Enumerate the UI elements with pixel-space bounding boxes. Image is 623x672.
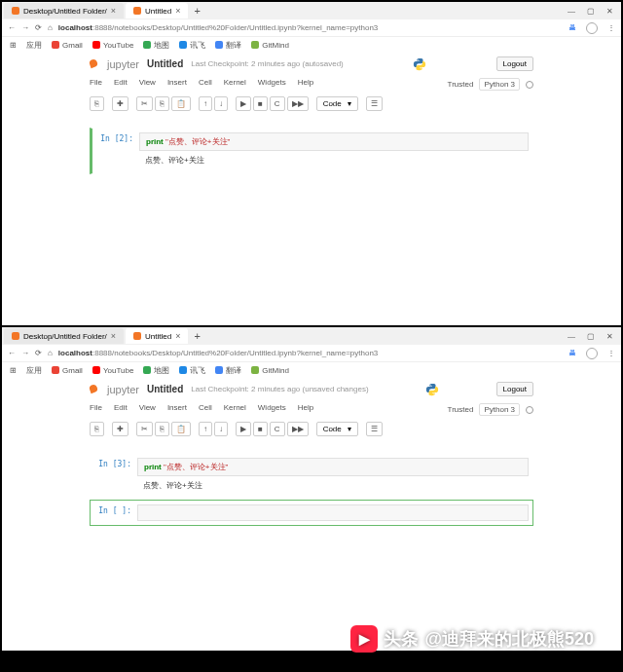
menu-help[interactable]: Help: [298, 403, 313, 416]
menu-icon[interactable]: ⋮: [607, 23, 615, 32]
reload-icon[interactable]: ⟳: [35, 349, 42, 357]
logout-button[interactable]: Logout: [496, 56, 533, 71]
restart-button[interactable]: C: [270, 422, 285, 436]
menu-file[interactable]: File: [90, 403, 102, 416]
restart-button[interactable]: C: [270, 96, 285, 111]
close-icon[interactable]: ×: [175, 6, 180, 16]
home-icon[interactable]: ⌂: [48, 23, 53, 32]
move-down-button[interactable]: ↓: [214, 422, 228, 436]
kernel-name[interactable]: Python 3: [479, 78, 520, 91]
code-input[interactable]: print "点赞、评论+关注": [137, 458, 529, 476]
minimize-icon[interactable]: —: [568, 7, 575, 16]
bookmark-maps[interactable]: 地图: [143, 365, 169, 376]
copy-button[interactable]: ⎘: [155, 422, 169, 436]
bookmark-gitmind[interactable]: GitMind: [251, 366, 289, 375]
home-icon[interactable]: ⌂: [48, 349, 53, 357]
save-button[interactable]: ⎘: [90, 422, 104, 436]
menu-view[interactable]: View: [139, 78, 156, 91]
stop-button[interactable]: ■: [253, 96, 268, 111]
menu-edit[interactable]: Edit: [114, 78, 128, 91]
forward-icon[interactable]: →: [21, 349, 29, 357]
menu-help[interactable]: Help: [298, 78, 313, 91]
close-icon[interactable]: ✕: [606, 332, 613, 341]
code-cell-1[interactable]: In [3]: print "点赞、评论+关注" 点赞、评论+关注: [90, 453, 533, 500]
copy-button[interactable]: ⎘: [155, 96, 169, 111]
apps-icon[interactable]: ⊞: [10, 366, 17, 375]
move-up-button[interactable]: ↑: [199, 422, 212, 436]
menu-kernel[interactable]: Kernel: [224, 78, 246, 91]
back-icon[interactable]: ←: [8, 23, 16, 32]
kernel-name[interactable]: Python 3: [479, 403, 520, 416]
bookmark-translate[interactable]: 翻译: [215, 40, 241, 51]
move-up-button[interactable]: ↑: [199, 96, 212, 111]
browser-tab-2[interactable]: Untitled×: [126, 3, 188, 19]
bookmark-iflytek[interactable]: 讯飞: [179, 40, 205, 51]
new-tab-button[interactable]: +: [188, 330, 205, 342]
run-button[interactable]: ▶: [236, 422, 251, 436]
bookmark-gitmind[interactable]: GitMind: [251, 41, 289, 50]
forward-icon[interactable]: →: [21, 23, 29, 32]
run-all-button[interactable]: ▶▶: [287, 96, 309, 111]
celltype-select[interactable]: Code▾: [316, 422, 358, 436]
code-input[interactable]: print "点赞、评论+关注": [139, 132, 529, 151]
maximize-icon[interactable]: ▢: [587, 332, 595, 341]
celltype-select[interactable]: Code▾: [316, 96, 358, 111]
command-palette-button[interactable]: ☰: [366, 96, 383, 111]
bookmark-youtube[interactable]: YouTube: [92, 366, 133, 375]
close-icon[interactable]: ×: [111, 331, 116, 341]
code-input[interactable]: [137, 504, 529, 521]
close-icon[interactable]: ×: [111, 6, 116, 16]
code-cell-2[interactable]: In [ ]:: [90, 500, 533, 526]
new-tab-button[interactable]: +: [188, 5, 205, 17]
print-icon[interactable]: 🖶: [568, 23, 576, 32]
command-palette-button[interactable]: ☰: [366, 422, 383, 436]
browser-tab-1[interactable]: Desktop/Untitled Folder/×: [4, 3, 124, 19]
menu-kernel[interactable]: Kernel: [224, 403, 246, 416]
bookmark-translate[interactable]: 翻译: [215, 365, 241, 376]
cut-button[interactable]: ✂: [136, 422, 153, 436]
logout-button[interactable]: Logout: [496, 382, 533, 396]
apps-icon[interactable]: ⊞: [10, 41, 17, 50]
url-field[interactable]: localhost:8888/notebooks/Desktop/Untitle…: [58, 349, 563, 357]
paste-button[interactable]: 📋: [171, 96, 191, 111]
bookmark-apps[interactable]: 应用: [26, 40, 42, 51]
run-button[interactable]: ▶: [236, 96, 251, 111]
code-cell-1[interactable]: In [2]: print "点赞、评论+关注" 点赞、评论+关注: [90, 128, 533, 174]
menu-widgets[interactable]: Widgets: [258, 78, 286, 91]
maximize-icon[interactable]: ▢: [587, 7, 595, 16]
notebook-title[interactable]: Untitled: [147, 58, 183, 69]
print-icon[interactable]: 🖶: [568, 349, 576, 357]
profile-icon[interactable]: [586, 22, 598, 34]
trusted-indicator[interactable]: Trusted: [448, 405, 474, 414]
bookmark-iflytek[interactable]: 讯飞: [179, 365, 205, 376]
stop-button[interactable]: ■: [253, 422, 268, 436]
minimize-icon[interactable]: —: [568, 332, 575, 341]
add-cell-button[interactable]: ✚: [112, 96, 128, 111]
run-all-button[interactable]: ▶▶: [287, 422, 309, 436]
trusted-indicator[interactable]: Trusted: [448, 80, 474, 89]
menu-insert[interactable]: Insert: [167, 78, 187, 91]
close-icon[interactable]: ×: [175, 331, 180, 341]
profile-icon[interactable]: [586, 348, 598, 359]
cut-button[interactable]: ✂: [136, 96, 153, 111]
menu-cell[interactable]: Cell: [199, 403, 212, 416]
add-cell-button[interactable]: ✚: [112, 422, 128, 436]
menu-insert[interactable]: Insert: [167, 403, 187, 416]
bookmark-maps[interactable]: 地图: [143, 40, 169, 51]
bookmark-youtube[interactable]: YouTube: [92, 41, 133, 50]
menu-icon[interactable]: ⋮: [607, 349, 615, 357]
url-field[interactable]: localhost:8888/notebooks/Desktop/Untitle…: [58, 23, 563, 32]
browser-tab-1[interactable]: Desktop/Untitled Folder/×: [4, 328, 124, 344]
close-icon[interactable]: ✕: [606, 7, 613, 16]
move-down-button[interactable]: ↓: [214, 96, 228, 111]
bookmark-gmail[interactable]: Gmail: [52, 41, 83, 50]
notebook-title[interactable]: Untitled: [147, 384, 183, 394]
bookmark-apps[interactable]: 应用: [26, 365, 42, 376]
menu-view[interactable]: View: [139, 403, 156, 416]
menu-edit[interactable]: Edit: [114, 403, 128, 416]
browser-tab-2[interactable]: Untitled×: [126, 328, 188, 344]
bookmark-gmail[interactable]: Gmail: [52, 366, 83, 375]
menu-cell[interactable]: Cell: [199, 78, 212, 91]
paste-button[interactable]: 📋: [171, 422, 191, 436]
menu-widgets[interactable]: Widgets: [258, 403, 286, 416]
